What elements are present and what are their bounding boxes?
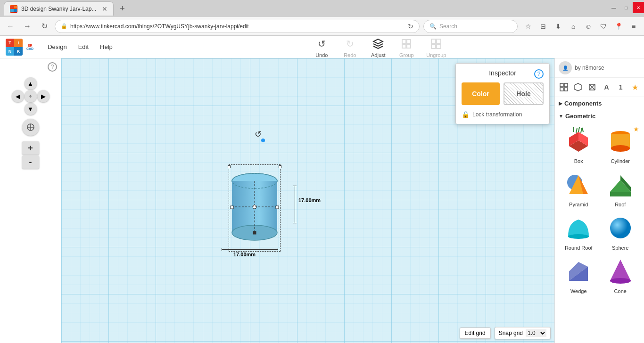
shape-box[interactable]: Box: [559, 124, 599, 166]
svg-rect-5: [437, 39, 441, 43]
arrow-pad: ▲ ▼ ◀ ▶ ✛: [12, 77, 50, 115]
snap-grid-select[interactable]: 0.1 0.5 1.0 2.0 5.0 10.0: [526, 329, 546, 337]
svg-rect-0: [402, 40, 406, 43]
bookmark-icon[interactable]: ☆: [521, 20, 535, 33]
zoom-out-button[interactable]: -: [22, 155, 39, 169]
left-panel: ? ▲ ▼ ◀ ▶ ✛ + -: [0, 58, 61, 343]
svg-marker-44: [610, 192, 631, 196]
canvas-area[interactable]: ↺: [61, 58, 554, 343]
adjust-button[interactable]: Adjust: [370, 36, 387, 58]
home-icon[interactable]: ⌂: [567, 20, 580, 33]
refresh-button[interactable]: ↻: [38, 20, 51, 33]
sidebar-grid-icon[interactable]: [557, 81, 570, 94]
address-refresh[interactable]: ↻: [408, 23, 413, 30]
svg-rect-1: [407, 40, 411, 43]
inspector-help-button[interactable]: ?: [534, 69, 544, 79]
corner-handle-tr[interactable]: [279, 165, 281, 168]
group-button[interactable]: Group: [398, 36, 415, 58]
components-section-header[interactable]: ▶ Components: [555, 97, 644, 110]
menu-edit[interactable]: Edit: [74, 41, 93, 52]
lock-label: Lock transformation: [472, 111, 522, 118]
search-box[interactable]: 🔍 Search: [423, 20, 518, 33]
shape-sphere[interactable]: Sphere: [601, 211, 641, 253]
active-tab[interactable]: 3D design Swanky Jarv-Lap... ✕: [4, 1, 114, 16]
shield-icon[interactable]: 🛡: [597, 20, 610, 33]
minimize-button[interactable]: —: [608, 2, 619, 13]
shape-wedge[interactable]: Wedge: [559, 254, 599, 296]
svg-point-46: [568, 234, 589, 239]
reader-icon[interactable]: ⊟: [537, 20, 550, 33]
toolbar: ↺ Undo ↻ Redo Adjust: [121, 36, 638, 58]
location-icon[interactable]: 📍: [612, 20, 625, 33]
undo-button[interactable]: ↺ Undo: [313, 36, 330, 58]
svg-line-34: [578, 127, 579, 132]
svg-rect-2: [402, 44, 406, 48]
back-button[interactable]: ←: [4, 20, 17, 33]
tab-title: 3D design Swanky Jarv-Lap...: [21, 6, 96, 12]
shape-cylinder[interactable]: ★ Cylinder: [601, 124, 641, 166]
new-tab-button[interactable]: +: [116, 2, 129, 15]
sidebar-number-icon[interactable]: 1: [614, 81, 627, 94]
redo-button[interactable]: ↻ Redo: [341, 36, 358, 58]
maximize-button[interactable]: □: [620, 2, 632, 13]
smiley-icon[interactable]: ☺: [582, 20, 595, 33]
view-reset-button[interactable]: [22, 119, 39, 136]
svg-line-36: [582, 128, 583, 132]
edit-grid-button[interactable]: Edit grid: [460, 327, 491, 339]
sidebar-3d-icon[interactable]: [571, 81, 585, 94]
zoom-in-button[interactable]: +: [22, 141, 39, 155]
inspector-title: Inspector: [462, 69, 544, 77]
svg-rect-6: [431, 44, 436, 49]
corner-handle-tl[interactable]: [228, 165, 231, 168]
tab-close-button[interactable]: ✕: [102, 5, 107, 13]
right-sidebar: › 👤 by n8morse: [554, 58, 644, 343]
menu-help[interactable]: Help: [95, 41, 117, 52]
download-icon[interactable]: ⬇: [552, 20, 565, 33]
svg-point-39: [611, 145, 630, 152]
address-input[interactable]: 🔒 https://www.tinkercad.com/things/2OTWy…: [55, 20, 420, 33]
sidebar-cube-outline-icon[interactable]: [586, 81, 599, 94]
lock-icon: 🔒: [462, 111, 470, 118]
shape-pyramid[interactable]: Pyramid: [559, 168, 599, 209]
color-button[interactable]: Color: [462, 82, 500, 105]
sidebar-star-icon[interactable]: ★: [628, 81, 642, 94]
shape-sphere-label: Sphere: [612, 245, 628, 251]
lock-row: 🔒 Lock transformation: [462, 111, 544, 118]
shape-roof[interactable]: Roof: [601, 168, 641, 209]
menu-icon[interactable]: ≡: [627, 20, 640, 33]
sidebar-nav: A 1 ★: [555, 78, 644, 97]
snap-grid-label: Snap grid: [499, 330, 523, 336]
sidebar-text-icon[interactable]: A: [600, 81, 613, 94]
menu-design[interactable]: Design: [43, 41, 71, 52]
help-button[interactable]: ?: [48, 62, 57, 72]
geometric-section-header[interactable]: ▼ Geometric: [555, 110, 644, 122]
address-bar: ← → ↻ 🔒 https://www.tinkercad.com/things…: [0, 17, 644, 36]
shapes-grid: Box ★ Cylinder: [555, 122, 644, 298]
arrow-up-button[interactable]: ▲: [25, 77, 37, 90]
shape-cone-label: Cone: [614, 288, 627, 294]
ungroup-button[interactable]: Ungroup: [426, 36, 446, 58]
geometric-chevron: ▼: [559, 114, 563, 119]
arrow-left-button[interactable]: ◀: [12, 90, 24, 102]
shape-round-roof[interactable]: Round Roof: [559, 211, 599, 253]
arrow-down-button[interactable]: ▼: [25, 103, 37, 115]
arrow-right-button[interactable]: ▶: [37, 90, 50, 102]
tinkercad-logo[interactable]: T I N K: [6, 39, 23, 56]
forward-button[interactable]: →: [21, 20, 34, 33]
rotate-handle[interactable]: ↺: [255, 129, 262, 139]
svg-rect-24: [560, 88, 563, 91]
search-icon: 🔍: [429, 23, 437, 30]
hole-button[interactable]: Hole: [504, 82, 544, 105]
shape-roof-label: Roof: [615, 202, 626, 207]
sidebar-collapse-button[interactable]: ›: [554, 194, 555, 207]
top-handle[interactable]: [261, 139, 265, 142]
grid-controls: Edit grid Snap grid 0.1 0.5 1.0 2.0 5.0 …: [460, 327, 551, 339]
username: by n8morse: [575, 65, 604, 71]
shape-pyramid-label: Pyramid: [569, 202, 588, 207]
3d-object-container[interactable]: ↺: [222, 167, 288, 253]
svg-rect-3: [407, 44, 411, 48]
shape-cone[interactable]: Cone: [601, 254, 641, 296]
snap-grid-control: Snap grid 0.1 0.5 1.0 2.0 5.0 10.0: [495, 327, 551, 339]
close-button[interactable]: ✕: [633, 2, 644, 13]
arrow-center-button[interactable]: ✛: [25, 90, 37, 102]
